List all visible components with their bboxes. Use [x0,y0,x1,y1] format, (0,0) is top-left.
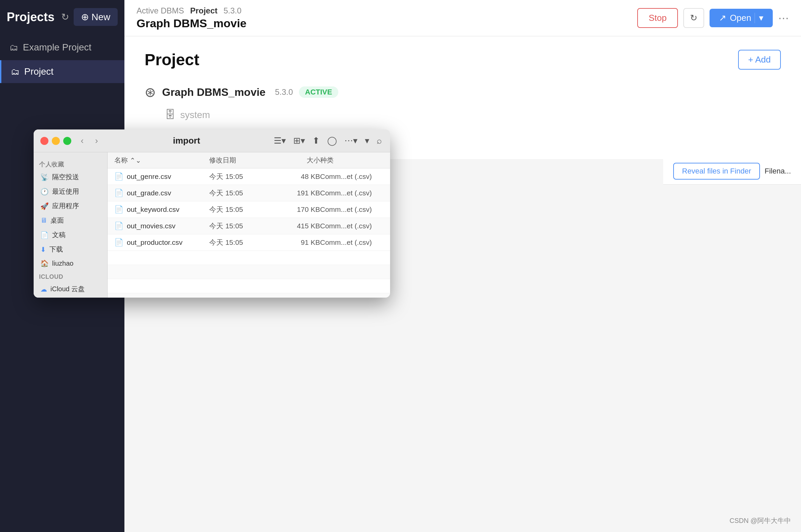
finder-dropdown-button[interactable]: ▾ [363,134,370,147]
col-date-header[interactable]: 修改日期 [209,156,272,165]
finder-titlebar: ‹ › import ☰▾ ⊞▾ ⬆ ◯ ⋯▾ ▾ ⌕ [34,130,390,152]
col-name-header[interactable]: 名称 ⌃⌄ [114,156,209,165]
file-size: 48 KB [273,172,320,180]
finder-sidebar-shared[interactable]: 📁 共享 [35,296,106,298]
finder-section-personal: 个人收藏 [34,157,107,170]
empty-row [108,265,390,279]
window-close-button[interactable] [40,137,49,145]
finder-search-button[interactable]: ⌕ [375,134,383,147]
sidebar-item-example-project[interactable]: 🗂 Example Project [0,36,125,59]
file-name-text: out_productor.csv [127,239,183,247]
airdrop-icon: 📡 [40,173,49,181]
col-size-label: 大小 [307,156,320,165]
window-controls [40,137,71,145]
dbms-icon: ⊛ [145,84,156,100]
file-size: 170 KB [273,206,320,213]
window-maximize-button[interactable] [63,137,71,145]
finder-tag-button[interactable]: ◯ [326,134,338,147]
folder-icon: 🗂 [9,42,18,53]
dbms-name: Graph DBMS_movie [162,86,266,98]
refresh-projects-button[interactable]: ↻ [61,12,69,22]
project-section-title: Project [145,51,199,69]
finder-section-icloud: iCloud [34,270,107,282]
project-section-header: Project + Add [145,50,781,70]
finder-sidebar-home[interactable]: 🏠 liuzhao [35,256,106,270]
empty-row [108,251,390,265]
file-type: Comm...et (.csv) [320,239,383,247]
file-name: 📄 out_keyword.csv [114,205,209,214]
open-button[interactable]: ↗ Open ▾ [709,9,773,27]
filename-label: Filena... [765,167,791,175]
icloud-icon: ☁ [40,285,47,293]
project-label: Project [190,6,217,16]
file-size: 91 KB [273,239,320,247]
refresh-dbms-button[interactable]: ↻ [683,8,704,28]
file-type: Comm...et (.csv) [320,172,383,180]
file-icon: 📄 [114,172,123,181]
finder-grid-view-button[interactable]: ⊞▾ [292,134,306,147]
col-type-header[interactable]: 种类 [320,156,383,165]
sidebar-item-project[interactable]: 🗂 Project [0,60,125,83]
finder-sidebar-downloads[interactable]: ⬇ 下载 [35,242,106,256]
sidebar-items: 🗂 Example Project 🗂 Project [0,33,125,87]
active-dbms-label: Active DBMS [136,6,184,16]
finder-body: 个人收藏 📡 隔空投送 🕐 最近使用 🚀 应用程序 🖥 桌面 📄 文稿 [34,152,390,298]
finder-forward-button[interactable]: › [93,134,101,147]
folder-icon: 🗂 [11,66,19,77]
finder-sidebar-recent[interactable]: 🕐 最近使用 [35,184,106,199]
topbar-title: Graph DBMS_movie [136,17,247,30]
finder-back-button[interactable]: ‹ [78,134,87,147]
file-row-productor[interactable]: 📄 out_productor.csv 今天 15:05 91 KB Comm.… [108,234,390,251]
finder-sidebar-desktop[interactable]: 🖥 桌面 [35,213,106,228]
file-row-grade[interactable]: 📄 out_grade.csv 今天 15:05 191 KB Comm...e… [108,185,390,202]
file-row-keyword[interactable]: 📄 out_keyword.csv 今天 15:05 170 KB Comm..… [108,202,390,218]
open-dropdown-chevron[interactable]: ▾ [755,13,763,23]
reveal-files-button[interactable]: Reveal files in Finder [673,163,760,179]
add-button[interactable]: + Add [738,50,781,70]
file-date: 今天 15:05 [209,205,272,214]
col-size-header[interactable]: 大小 [273,156,320,165]
file-row-movies[interactable]: 📄 out_movies.csv 今天 15:05 415 KB Comm...… [108,218,390,234]
empty-row [108,293,390,298]
sidebar-item-label: 下载 [50,245,63,254]
topbar-meta: Active DBMS Project 5.3.0 [136,6,247,16]
home-icon: 🏠 [40,259,49,267]
new-project-button[interactable]: ⊕ New [74,8,118,26]
dbms-item[interactable]: ⊛ Graph DBMS_movie 5.3.0 ACTIVE [145,80,781,104]
file-icon: 📄 [114,189,123,197]
more-options-button[interactable]: ⋯ [778,12,789,24]
window-minimize-button[interactable] [52,137,60,145]
new-label: New [92,12,110,22]
file-date: 今天 15:05 [209,238,272,247]
finder-more-button[interactable]: ⋯▾ [343,134,359,147]
apps-icon: 🚀 [40,202,49,210]
sidebar-item-label: 隔空投送 [52,172,79,182]
sort-icon: ⌃⌄ [130,156,141,165]
file-size: 415 KB [273,222,320,230]
finder-share-button[interactable]: ⬆ [311,134,321,147]
finder-sidebar-documents[interactable]: 📄 文稿 [35,228,106,242]
finder-filelist-header: 名称 ⌃⌄ 修改日期 大小 种类 [108,152,390,169]
sidebar-item-label: iCloud 云盘 [51,285,85,293]
sidebar-header: Projects ↻ ⊕ New [0,0,125,33]
documents-icon: 📄 [40,231,49,239]
db-icon: 🗄 [165,109,175,121]
file-name-text: out_grade.csv [127,189,171,197]
sidebar-title: Projects [7,10,55,24]
watermark: CSDN @阿牛大牛中 [729,516,791,525]
sidebar-item-label: Example Project [23,42,92,53]
finder-list-view-button[interactable]: ☰▾ [272,134,287,147]
version-label: 5.3.0 [224,6,242,16]
file-name: 📄 out_genre.csv [114,172,209,181]
open-label: Open [730,13,751,23]
file-icon: 📄 [114,205,123,214]
finder-sidebar-airdrop[interactable]: 📡 隔空投送 [35,170,106,184]
file-date: 今天 15:05 [209,221,272,231]
stop-button[interactable]: Stop [637,8,678,28]
db-system-item[interactable]: 🗄 system [145,104,781,125]
file-date: 今天 15:05 [209,188,272,198]
active-badge: ACTIVE [299,87,338,98]
file-row-genre[interactable]: 📄 out_genre.csv 今天 15:05 48 KB Comm...et… [108,169,390,185]
finder-sidebar-icloud-drive[interactable]: ☁ iCloud 云盘 [35,282,106,296]
finder-sidebar-apps[interactable]: 🚀 应用程序 [35,199,106,213]
